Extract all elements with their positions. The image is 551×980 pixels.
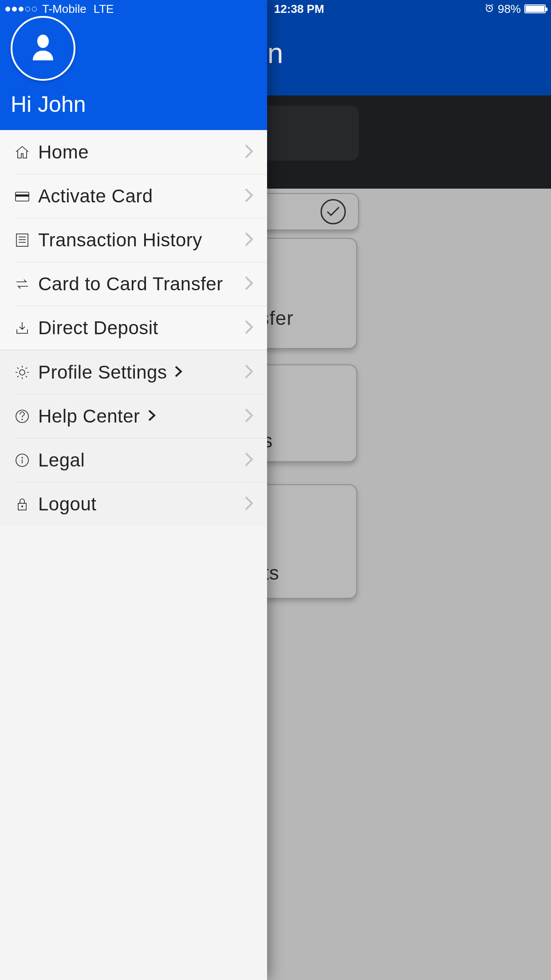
gear-icon [14,364,30,380]
chevron-right-icon [244,407,254,425]
menu-item-label: Transaction History [38,229,202,251]
battery-percent-label: 98% [498,2,521,16]
signal-strength-icon [5,7,37,12]
svg-point-14 [22,419,23,420]
greeting-text: Hi John [11,91,258,117]
question-circle-icon [14,408,30,424]
menu-item-activate-card[interactable]: Activate Card [14,174,267,218]
list-document-icon [14,232,30,248]
chevron-right-icon [244,364,254,381]
download-tray-icon [14,320,30,336]
status-bar-right: 98% [484,2,546,16]
menu-item-label: Help Center [38,406,140,427]
menu-item-card-to-card-transfer[interactable]: Card to Card Transfer [14,262,267,306]
status-bar-time: 12:38 PM [274,2,324,16]
background-header-title-fragment: n [268,37,284,95]
svg-point-19 [21,506,23,507]
battery-icon [524,4,546,13]
menu-item-label: Legal [38,450,85,471]
menu-group-primary: Home Activate Card Transaction History C… [0,130,267,350]
menu-item-legal[interactable]: Legal [14,438,267,482]
alarm-icon [484,2,494,16]
svg-rect-8 [16,234,28,246]
menu-item-direct-deposit[interactable]: Direct Deposit [14,306,267,350]
carrier-label: T-Mobile [42,2,87,16]
chevron-right-icon [174,365,183,380]
svg-point-12 [20,370,25,375]
chevron-right-icon [244,275,254,293]
transfer-arrows-icon [14,276,30,292]
svg-point-16 [21,457,23,458]
checkmark-circle-icon [320,198,346,225]
network-type-label: LTE [94,2,114,16]
person-icon [30,34,56,63]
drawer-header: Hi John [0,0,267,130]
chevron-right-icon [244,143,254,161]
menu-item-logout[interactable]: Logout [14,482,267,526]
menu-item-label: Profile Settings [38,362,167,383]
home-icon [14,144,30,160]
side-drawer: Hi John Home Activate Card Transaction H… [0,0,267,980]
status-bar-left: T-Mobile LTE [5,2,114,16]
avatar-button[interactable] [11,16,75,81]
menu-item-label: Home [38,142,89,163]
lock-icon [14,496,30,512]
menu-item-label: Card to Card Transfer [38,273,223,295]
chevron-right-icon [147,409,156,424]
menu-group-secondary: Profile Settings Help Center Legal Logou… [0,350,267,526]
svg-point-0 [321,200,345,224]
chevron-right-icon [244,451,254,469]
chevron-right-icon [244,231,254,249]
chevron-right-icon [244,187,254,205]
credit-card-icon [14,188,30,204]
status-bar: T-Mobile LTE 12:38 PM 98% [0,0,551,18]
menu-item-label: Logout [38,494,96,515]
menu-item-label: Activate Card [38,186,153,207]
menu-item-transaction-history[interactable]: Transaction History [14,218,267,262]
menu-item-label: Direct Deposit [38,317,158,339]
svg-rect-7 [16,194,29,197]
chevron-right-icon [244,319,254,337]
menu-item-home[interactable]: Home [0,130,267,174]
chevron-right-icon [244,495,254,513]
menu-item-profile-settings[interactable]: Profile Settings [0,350,267,394]
menu-item-help-center[interactable]: Help Center [14,394,267,438]
info-circle-icon [14,452,30,468]
